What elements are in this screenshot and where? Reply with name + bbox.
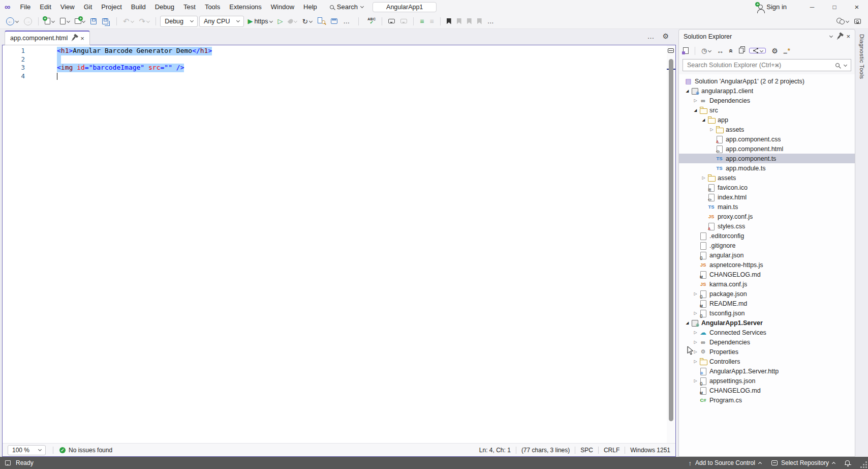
code-line-2[interactable]: 2 (3, 55, 675, 64)
tree-item-controllers[interactable]: ▷Controllers (679, 357, 855, 366)
collapse-all-button[interactable]: « (728, 49, 735, 53)
navigate-back-button[interactable]: ← (4, 16, 20, 27)
code-line-3[interactable]: 3<img id="barcodeImage" src="" /> (3, 64, 675, 72)
tree-item-app-component-ts[interactable]: app.component.ts (679, 154, 855, 163)
issues-status[interactable]: No issues found (69, 447, 112, 454)
tree-item-app-component-css[interactable]: app.component.css (679, 134, 855, 144)
collapsed-arrow-icon[interactable]: ▷ (692, 292, 699, 296)
solution-explorer-search-input[interactable] (687, 62, 831, 69)
add-to-source-control-button[interactable]: ↑ Add to Source Control (688, 459, 761, 467)
tree-item-dependencies[interactable]: ▷Dependencies (679, 337, 855, 347)
editor-settings-gear-icon[interactable]: ⚙ (662, 32, 669, 40)
tree-item-editorconfig[interactable]: .editorconfig (679, 231, 855, 241)
menu-help[interactable]: Help (299, 0, 322, 14)
tree-item-app-module-ts[interactable]: app.module.ts (679, 163, 855, 173)
split-editor-button[interactable] (668, 48, 674, 53)
collapsed-arrow-icon[interactable]: ▷ (692, 360, 699, 364)
expanded-arrow-icon[interactable]: ◢ (692, 108, 699, 112)
add-item-button[interactable]: + (73, 16, 87, 26)
menu-debug[interactable]: Debug (150, 0, 179, 14)
open-file-button[interactable] (58, 16, 72, 26)
tree-item-properties[interactable]: ▷Properties (679, 347, 855, 357)
code-line-1[interactable]: 1<h1>Angular Barcode Generator Demo</h1> (3, 47, 675, 55)
menu-project[interactable]: Project (97, 0, 126, 14)
attach-to-process-button[interactable] (329, 17, 339, 25)
tree-item-favicon-ico[interactable]: favicon.ico (679, 183, 855, 192)
minimize-button[interactable]: ─ (801, 0, 823, 14)
spell-check-button[interactable]: ABC✓ (365, 16, 378, 26)
hot-reload-button[interactable] (287, 17, 299, 25)
menu-git[interactable]: Git (79, 0, 97, 14)
platform-dropdown[interactable]: Any CPU (199, 16, 244, 27)
new-item-sparkle-button[interactable] (784, 48, 790, 53)
sign-in-button[interactable]: Sign in (758, 0, 787, 14)
toggle-comment-button[interactable] (386, 17, 397, 25)
navigate-forward-button[interactable]: → (22, 16, 34, 27)
tree-item-aspnetcore-https-js[interactable]: aspnetcore-https.js (679, 260, 855, 270)
configuration-dropdown[interactable]: Debug (160, 16, 198, 27)
toggle-bookmark-button[interactable] (445, 17, 453, 26)
notifications-bell-icon[interactable] (845, 460, 850, 464)
scrollbar-thumb[interactable] (669, 59, 673, 421)
clear-bookmarks-button[interactable] (475, 17, 484, 26)
next-bookmark-button[interactable] (465, 17, 474, 26)
pin-tab-icon[interactable] (72, 36, 76, 40)
tree-item-assets[interactable]: ▷assets (679, 125, 855, 134)
search-control[interactable]: Search (330, 3, 363, 11)
solution-explorer-search-box[interactable] (683, 59, 851, 71)
pending-changes-filter-button[interactable]: ◷ (701, 47, 711, 54)
editor-toolbar-overflow-button[interactable]: … (485, 16, 496, 26)
tree-item-proxy-conf-js[interactable]: proxy.conf.js (679, 212, 855, 221)
resize-grip[interactable] (865, 466, 867, 468)
zoom-level-dropdown[interactable]: 100 % (8, 445, 46, 455)
tree-item-angular-json[interactable]: angular.json (679, 250, 855, 260)
close-tab-icon[interactable]: × (80, 35, 84, 42)
increase-indent-button[interactable]: ≡ (418, 16, 426, 26)
solution-name-badge[interactable]: AngularApp1 (373, 2, 437, 12)
diagnostic-tools-tab[interactable]: Diagnostic Tools (859, 34, 865, 79)
view-scope-toggle-button[interactable] (749, 48, 766, 53)
tree-item-index-html[interactable]: index.html (679, 192, 855, 202)
redo-button[interactable]: ↷ (137, 16, 152, 26)
panel-menu-chevron-icon[interactable] (829, 34, 833, 38)
collapsed-arrow-icon[interactable]: ▷ (692, 99, 699, 103)
tree-item-src[interactable]: ◢src (679, 105, 855, 115)
menu-build[interactable]: Build (127, 0, 150, 14)
tree-item-changelog-md[interactable]: CHANGELOG.md (679, 270, 855, 279)
expanded-arrow-icon[interactable]: ◢ (684, 321, 691, 325)
tree-item-karma-conf-js[interactable]: karma.conf.js (679, 279, 855, 289)
tree-item-angularapp1-server[interactable]: ◢AngularApp1.Server (679, 318, 855, 328)
switch-views-button[interactable] (683, 47, 689, 54)
editor-scrollbar[interactable] (667, 45, 675, 443)
start-without-debugging-button[interactable]: ▷ (276, 16, 285, 26)
collapsed-arrow-icon[interactable]: ▷ (700, 176, 707, 180)
caret-position[interactable]: Ln: 4, Ch: 1 (479, 447, 511, 454)
tree-item-changelog-md[interactable]: CHANGELOG.md (679, 386, 855, 395)
menu-view[interactable]: View (56, 0, 79, 14)
task-list-button[interactable] (398, 17, 409, 25)
encoding[interactable]: Windows 1251 (630, 447, 670, 454)
line-endings[interactable]: CRLF (604, 447, 619, 454)
restart-button[interactable]: ↻ (300, 16, 315, 26)
tree-item-styles-css[interactable]: styles.css (679, 221, 855, 231)
tree-item-program-cs[interactable]: Program.cs (679, 395, 855, 405)
toolbar-overflow-button[interactable]: … (341, 16, 352, 26)
decrease-indent-button[interactable]: ≡ (428, 16, 436, 26)
collapsed-arrow-icon[interactable]: ▷ (708, 128, 715, 132)
find-in-files-button[interactable] (316, 16, 327, 26)
previous-bookmark-button[interactable] (455, 17, 463, 26)
code-line-4[interactable]: 4 (3, 72, 675, 81)
maximize-button[interactable]: □ (823, 0, 846, 14)
preview-selected-items-button[interactable] (739, 48, 743, 53)
tree-item-gitignore[interactable]: .gitignore (679, 241, 855, 250)
tree-item-package-json[interactable]: ▷package.json (679, 289, 855, 299)
close-button[interactable]: × (846, 0, 868, 14)
collapsed-arrow-icon[interactable]: ▷ (692, 379, 699, 383)
expanded-arrow-icon[interactable]: ◢ (684, 89, 691, 93)
chevron-down-icon[interactable] (844, 63, 847, 66)
tree-item-appsettings-json[interactable]: ▷appsettings.json (679, 376, 855, 386)
code-editor[interactable]: 1<h1>Angular Barcode Generator Demo</h1>… (3, 45, 675, 443)
menu-tools[interactable]: Tools (200, 0, 225, 14)
pin-panel-icon[interactable] (838, 34, 841, 38)
menu-window[interactable]: Window (266, 0, 299, 14)
